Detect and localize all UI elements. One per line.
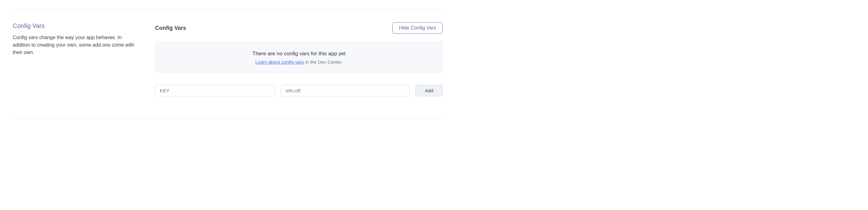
section-title: Config Vars (13, 22, 135, 29)
empty-state-box: There are no config vars for this app ye… (155, 42, 443, 72)
config-vars-section: Config Vars Config vars change the way y… (13, 10, 443, 119)
empty-state-message: There are no config vars for this app ye… (162, 51, 436, 57)
config-var-form: Add (155, 85, 443, 96)
config-vars-panel: Config Vars Hide Config Vars There are n… (155, 22, 443, 96)
learn-config-vars-link[interactable]: Learn about config vars (255, 59, 304, 64)
config-value-input[interactable] (281, 85, 410, 96)
panel-header: Config Vars Hide Config Vars (155, 22, 443, 33)
section-sidebar: Config Vars Config vars change the way y… (13, 22, 135, 96)
empty-state-subtext: Learn about config vars in the Dev Cente… (162, 59, 436, 64)
config-key-input[interactable] (155, 85, 275, 96)
panel-title: Config Vars (155, 25, 186, 31)
add-config-var-button[interactable]: Add (415, 85, 443, 96)
section-description: Config vars change the way your app beha… (13, 34, 135, 56)
hide-config-vars-button[interactable]: Hide Config Vars (393, 22, 443, 33)
empty-state-suffix: in the Dev Center. (304, 59, 342, 64)
